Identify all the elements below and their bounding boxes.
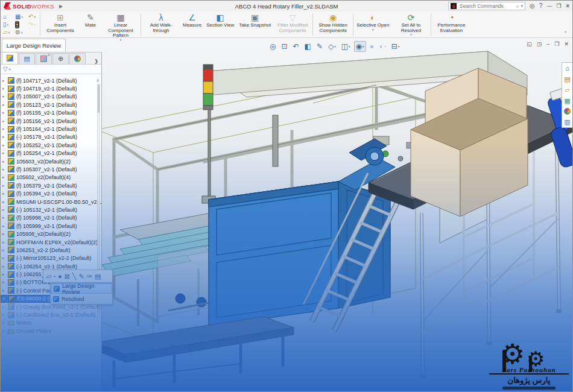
doc-new-window-button[interactable]: ◳	[537, 40, 542, 48]
filter-caret-icon[interactable]: ▾	[9, 67, 11, 71]
user-account-icon[interactable]: ◎	[530, 1, 535, 11]
expand-arrow-icon[interactable]: ▸	[2, 94, 8, 99]
tree-item[interactable]: ▸(f) 105164_v2-1 (Default)	[1, 125, 101, 133]
expand-arrow-icon[interactable]: ▸	[2, 312, 8, 317]
tree-item[interactable]: ▸(-) 105178_v2-1 (Default)	[1, 133, 101, 141]
expand-arrow-icon[interactable]: ▸	[2, 183, 8, 188]
expand-arrow-icon[interactable]: ▸	[2, 110, 8, 115]
expand-arrow-icon[interactable]: ▸	[2, 151, 8, 156]
section-view-button[interactable]: ◧	[303, 41, 313, 52]
tree-item[interactable]: ▸(f) 105155_v2-1 (Default)	[1, 109, 101, 117]
tree-item[interactable]: ▸(f) 105379_v2-1 (Default)	[1, 182, 101, 189]
edit-appearance-icon[interactable]: ●	[58, 273, 62, 280]
menu-flyout-icon[interactable]: ▶	[59, 4, 63, 9]
open-icon[interactable]: ▱	[46, 273, 51, 280]
snapshot-button[interactable]: ▣Take Snapshot	[236, 12, 273, 37]
tree-item[interactable]: ▸(f) 105999_v2-1 (Default)	[1, 222, 101, 230]
quick-access-save[interactable]: ▦▾	[15, 13, 28, 21]
dropdown-caret-icon[interactable]: ▾	[7, 23, 9, 27]
mate-icon[interactable]: ✎	[78, 273, 84, 280]
search-commands-box[interactable]: S ⌕ ▾	[448, 2, 525, 10]
dynamic-annotation-views-button[interactable]: ✎	[315, 41, 324, 52]
quick-access-redo[interactable]: ↷▾	[28, 21, 40, 28]
zoom-to-area-button[interactable]: ⊡	[279, 41, 289, 52]
expand-arrow-icon[interactable]: ▸	[2, 167, 8, 172]
dropdown-caret-icon[interactable]: ▾	[120, 39, 122, 42]
dropdown-caret-icon[interactable]: ▾	[34, 23, 36, 27]
expand-arrow-icon[interactable]: ▸	[2, 143, 8, 148]
isolate-icon[interactable]: ⊠	[65, 273, 70, 280]
walk-through-button[interactable]: λAdd Walk-through	[142, 12, 180, 37]
tree-filter-row[interactable]: ▽ ▾	[1, 65, 101, 74]
expand-arrow-icon[interactable]: ▸	[2, 127, 8, 131]
tab-dimxpertmanager[interactable]: ⊕	[52, 53, 69, 64]
file-explorer-icon[interactable]: ▱	[565, 86, 569, 93]
mate-button[interactable]: ✎Mate	[80, 12, 101, 37]
tree-item[interactable]: ▸(f) 105394_v2-1 (Default)	[1, 189, 101, 197]
tree-scrollbar-thumb[interactable]	[98, 85, 100, 113]
custom-properties-icon[interactable]: ▥	[564, 118, 570, 125]
tree-item[interactable]: ▸Mates	[1, 319, 101, 327]
expand-arrow-icon[interactable]: ▸	[2, 232, 8, 236]
expand-arrow-icon[interactable]: ▸	[2, 305, 8, 309]
zoom-to-fit-button[interactable]: ◎	[268, 41, 277, 52]
panel-splitter-handle[interactable]	[48, 54, 50, 56]
component-properties-icon[interactable]: ▤	[95, 273, 101, 280]
tab-large-design-review[interactable]: Large Design Review	[2, 39, 66, 52]
quick-access-home[interactable]: ⌂	[3, 13, 15, 21]
search-input[interactable]	[458, 2, 514, 10]
quick-access-open[interactable]: ▱▾	[3, 28, 15, 36]
tree-item[interactable]: ▸(f) 105252_v2-1 (Default)	[1, 141, 101, 149]
previous-view-button[interactable]: ↶	[291, 41, 301, 52]
appearances-icon[interactable]: ✑	[87, 273, 92, 280]
expand-arrow-icon[interactable]: ▸	[2, 240, 8, 245]
dropdown-caret-icon[interactable]: ▾	[398, 45, 400, 48]
manager-tabs-more-arrow[interactable]: ❯	[94, 58, 98, 64]
show-hidden-button[interactable]: ◉Show Hidden Components	[314, 12, 352, 37]
tree-item[interactable]: ▸(-) Mirror105123_v2-2 (Default)	[1, 254, 101, 262]
open-caret-icon[interactable]: ▾	[54, 274, 55, 278]
tree-item[interactable]: ▸105603_v2(Default)(2)	[1, 157, 101, 165]
expand-arrow-icon[interactable]: ▸	[2, 159, 8, 164]
linear-pattern-button[interactable]: ▦Linear Component Pattern▾	[101, 12, 140, 37]
floor-conveyor[interactable]	[102, 317, 294, 388]
expand-arrow-icon[interactable]: ▸	[2, 119, 8, 124]
tree-item[interactable]: ▸(f) 105998_v2-1 (Default)	[1, 214, 101, 222]
tree-item[interactable]: ▸105602_v2(Default)(4)	[1, 174, 101, 182]
performance-button[interactable]: ◔Performance Evaluation	[432, 12, 470, 37]
expand-arrow-icon[interactable]: ▸	[2, 224, 8, 229]
tree-item[interactable]: ▸(-) Cardboard Box_v2-1 (Default)	[1, 311, 101, 318]
dropdown-caret-icon[interactable]: ▾	[34, 15, 36, 19]
display-style-button[interactable]: ◫▾	[340, 41, 352, 52]
view-orientation-button[interactable]: ◇▾	[326, 41, 338, 52]
insert-components-button[interactable]: ⊞Insert Components	[41, 12, 80, 37]
expand-arrow-icon[interactable]: ▸	[2, 272, 8, 277]
expand-arrow-icon[interactable]: ▸	[2, 264, 8, 269]
tree-item[interactable]: ▸(f) 105156_v2-1 (Default)	[1, 117, 101, 125]
tree-item[interactable]: ▸(f) 104719_v2-1 (Default)	[1, 84, 101, 92]
dropdown-caret-icon[interactable]: ▾	[384, 45, 386, 48]
restore-button[interactable]: ❐	[556, 1, 561, 11]
scroll-up-arrow[interactable]: ∧	[96, 78, 100, 83]
blue-enclosure[interactable]	[209, 182, 390, 326]
tree-item[interactable]: ▸(f) 105307_v2-1 (Default)	[1, 165, 101, 173]
quick-access-undo[interactable]: ↶▾	[28, 13, 40, 21]
tree-item[interactable]: ▸(f) 105007_v2-1 (Default)	[1, 93, 101, 101]
filter-icon[interactable]: ▽	[3, 66, 8, 72]
menu-item-resolved[interactable]: Resolved	[51, 294, 112, 304]
design-library-icon[interactable]: ▤	[564, 75, 570, 83]
close-button[interactable]: ✕	[565, 1, 570, 11]
expand-arrow-icon[interactable]: ▸	[2, 215, 8, 220]
quick-access-options[interactable]: ⚙▾	[15, 28, 28, 36]
set-resolved-button[interactable]: ⟳Set All to Resolved▾	[391, 12, 430, 37]
expand-arrow-icon[interactable]: ▸	[2, 103, 8, 107]
dropdown-caret-icon[interactable]: ▾	[372, 28, 374, 32]
cardboard-box[interactable]	[411, 68, 528, 217]
tab-featuremanager-design-tree[interactable]	[2, 52, 18, 64]
tab-displaymanager[interactable]	[69, 53, 86, 64]
tree-item[interactable]: ▸HOFFMAN E1P8X_v2(Default)(2)	[1, 238, 101, 246]
view-palette-icon[interactable]: ▦	[564, 97, 570, 104]
view-settings-button[interactable]: ⊟▾	[390, 41, 402, 52]
appearances-scenes-decals-icon[interactable]	[564, 108, 571, 115]
menu-item-large-design-review[interactable]: Large Design Review	[51, 283, 112, 294]
